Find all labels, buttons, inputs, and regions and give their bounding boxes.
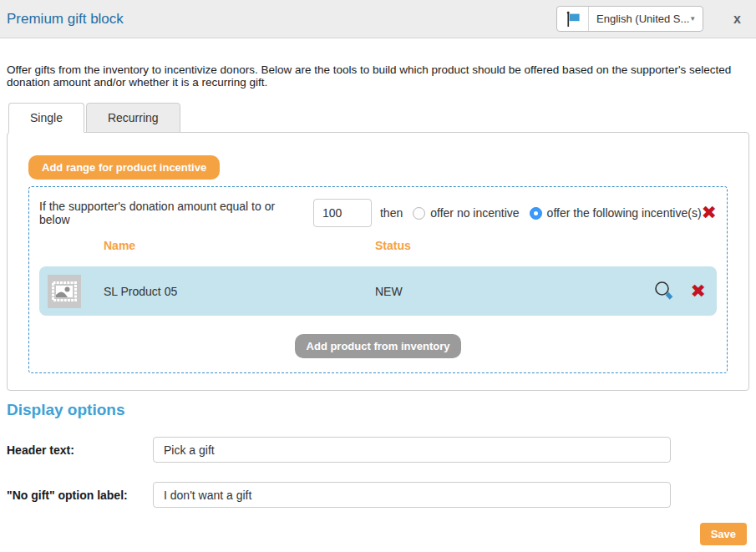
remove-product-button[interactable]: ✖: [691, 282, 706, 301]
product-row[interactable]: SL Product 05 NEW ✖: [39, 266, 717, 316]
modal-header: Premium gift block English (United S... …: [0, 0, 756, 38]
column-header-name: Name: [104, 239, 375, 252]
remove-product-icon: ✖: [691, 281, 706, 301]
product-table-header: Name Status: [39, 239, 717, 252]
rule-condition-prefix: If the supporter's donation amount equal…: [39, 200, 305, 226]
rule-condition-row: If the supporter's donation amount equal…: [39, 199, 717, 227]
header-text-input[interactable]: [153, 437, 671, 463]
add-range-button[interactable]: Add range for product incentive: [28, 155, 220, 180]
incentive-rule-box: If the supporter's donation amount equal…: [28, 186, 728, 373]
radio-label-following-incentives[interactable]: offer the following incentive(s): [547, 206, 702, 220]
radio-offer-no-incentive[interactable]: [413, 207, 425, 220]
rule-then-label: then: [380, 206, 403, 220]
no-gift-option-input[interactable]: [153, 482, 671, 508]
premium-gift-block-modal: Premium gift block English (United S... …: [0, 0, 756, 552]
product-image-placeholder-icon: [48, 275, 81, 308]
close-icon: x: [733, 12, 741, 26]
header-text-label: Header text:: [7, 443, 153, 457]
single-tab-panel: Add range for product incentive If the s…: [7, 132, 749, 391]
add-product-button[interactable]: Add product from inventory: [295, 334, 462, 358]
display-options-heading: Display options: [7, 401, 749, 419]
radio-label-no-incentive[interactable]: offer no incentive: [430, 206, 519, 220]
page-title: Premium gift block: [7, 11, 124, 28]
radio-offer-following-incentives[interactable]: [530, 207, 542, 220]
tab-recurring[interactable]: Recurring: [86, 103, 180, 133]
tab-bar: Single Recurring: [8, 103, 749, 132]
product-name: SL Product 05: [104, 285, 375, 298]
donation-amount-input[interactable]: [313, 199, 372, 227]
flag-icon: [557, 7, 589, 31]
chevron-down-icon: ▼: [689, 7, 703, 31]
language-select[interactable]: English (United S... ▼: [556, 6, 703, 32]
description-text: Offer gifts from the inventory to incent…: [7, 63, 749, 89]
tab-single[interactable]: Single: [8, 103, 84, 133]
no-gift-option-label: "No gift" option label:: [7, 489, 153, 502]
save-button[interactable]: Save: [700, 523, 747, 545]
remove-rule-button[interactable]: ✖: [702, 204, 717, 222]
header-text-row: Header text:: [7, 437, 749, 463]
product-status: NEW: [375, 285, 403, 298]
preview-product-button[interactable]: [652, 280, 676, 303]
column-header-status: Status: [375, 239, 411, 252]
language-selected-value: English (United S...: [589, 7, 689, 31]
magnifier-icon: [652, 293, 676, 306]
close-button[interactable]: x: [728, 10, 746, 28]
no-gift-label-row: "No gift" option label:: [7, 482, 749, 508]
remove-rule-icon: ✖: [702, 202, 717, 223]
